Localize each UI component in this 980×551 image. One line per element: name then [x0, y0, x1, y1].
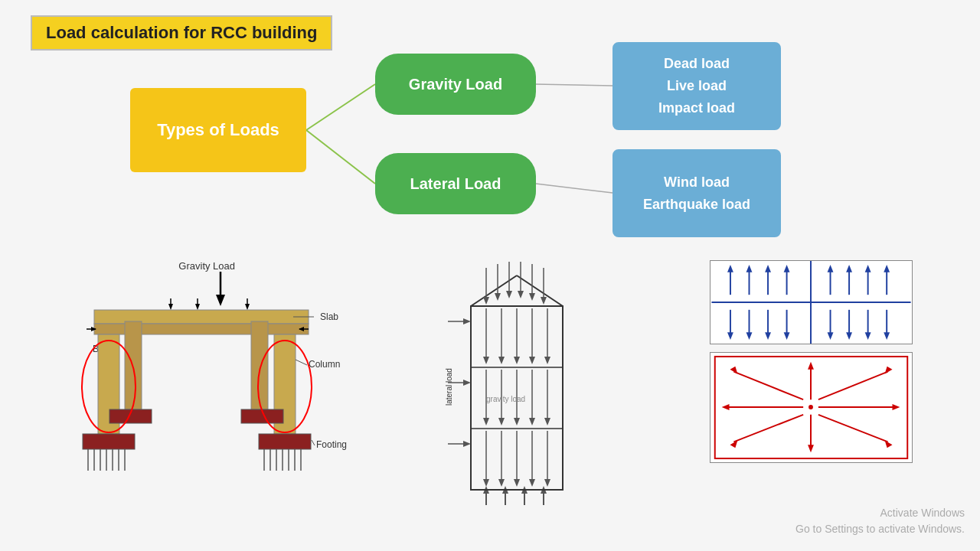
svg-marker-129: [884, 265, 890, 272]
svg-marker-97: [498, 479, 505, 487]
svg-marker-5: [216, 295, 225, 306]
svg-marker-107: [463, 380, 471, 386]
svg-marker-119: [765, 265, 771, 272]
svg-marker-69: [518, 291, 524, 298]
types-of-loads-box: Types of Loads: [130, 88, 306, 172]
gravity-load-text: Gravity Load: [178, 260, 235, 272]
svg-marker-143: [864, 332, 871, 340]
svg-line-3: [536, 184, 612, 193]
svg-marker-83: [544, 357, 550, 364]
svg-line-0: [306, 84, 375, 130]
svg-marker-123: [827, 265, 833, 272]
lateral-load-box: Lateral Load: [375, 153, 536, 214]
svg-text:Column: Column: [309, 359, 340, 370]
svg-marker-151: [884, 367, 892, 374]
svg-marker-137: [783, 332, 789, 340]
svg-rect-17: [83, 434, 135, 449]
svg-marker-115: [727, 265, 733, 272]
svg-marker-91: [529, 418, 535, 425]
svg-line-148: [733, 372, 803, 399]
svg-marker-149: [730, 367, 737, 374]
svg-marker-101: [529, 479, 535, 487]
svg-marker-141: [846, 332, 852, 340]
svg-marker-67: [506, 291, 512, 298]
svg-marker-77: [498, 357, 505, 364]
svg-marker-73: [541, 297, 547, 305]
svg-line-16: [296, 360, 307, 365]
svg-text:Slab: Slab: [320, 311, 338, 322]
svg-marker-79: [514, 357, 520, 364]
svg-marker-89: [514, 418, 520, 425]
svg-marker-103: [544, 479, 550, 487]
svg-marker-75: [483, 357, 489, 364]
svg-marker-42: [195, 304, 200, 310]
svg-marker-121: [783, 265, 789, 272]
svg-line-154: [818, 415, 888, 442]
svg-marker-63: [483, 297, 489, 305]
svg-text:gravity load: gravity load: [486, 395, 525, 403]
svg-marker-139: [827, 332, 833, 340]
earthquake-load-label: Earthquake load: [643, 194, 750, 216]
svg-line-1: [306, 130, 375, 184]
svg-line-150: [818, 372, 888, 399]
svg-marker-155: [884, 440, 892, 448]
svg-marker-117: [746, 265, 752, 272]
svg-marker-87: [498, 418, 505, 425]
svg-marker-109: [463, 441, 471, 447]
impact-load-label: Impact load: [658, 97, 735, 119]
svg-marker-93: [544, 418, 550, 425]
wind-load-label: Wind load: [643, 171, 750, 194]
svg-line-38: [312, 440, 315, 445]
svg-marker-44: [245, 304, 250, 310]
svg-line-2: [536, 84, 612, 86]
diagram-area: Types of Loads Gravity Load Lateral Load…: [122, 42, 873, 256]
svg-marker-40: [168, 304, 173, 310]
svg-marker-127: [864, 265, 871, 272]
dead-load-label: Dead load: [658, 53, 735, 75]
activate-windows-watermark: Activate Windows Go to Settings to activ…: [795, 505, 965, 537]
svg-marker-65: [495, 293, 501, 301]
svg-marker-135: [765, 332, 771, 340]
gravity-load-box: Gravity Load: [375, 54, 536, 115]
dead-live-impact-box: Dead load Live load Impact load: [612, 42, 781, 130]
wind-lateral-illustration: lateral load gravity load: [444, 260, 612, 505]
svg-line-152: [733, 415, 803, 442]
svg-marker-161: [808, 362, 814, 370]
svg-marker-133: [746, 332, 752, 340]
svg-marker-81: [529, 357, 535, 364]
svg-marker-163: [808, 445, 814, 452]
svg-rect-18: [259, 434, 311, 449]
svg-marker-95: [483, 479, 489, 487]
force-diagrams: [710, 260, 916, 463]
wind-earthquake-box: Wind load Earthquake load: [612, 149, 781, 237]
bottom-illustrations: Gravity Load Slab Beam Column: [0, 260, 965, 536]
svg-text:Footing: Footing: [316, 439, 347, 450]
svg-point-147: [808, 405, 813, 409]
svg-text:lateral load: lateral load: [445, 368, 453, 406]
svg-marker-145: [884, 332, 890, 340]
building-illustration: Gravity Load Slab Beam Column: [48, 260, 347, 505]
svg-marker-85: [483, 418, 489, 425]
svg-marker-71: [529, 293, 535, 301]
svg-marker-157: [721, 404, 729, 410]
live-load-label: Live load: [658, 75, 735, 97]
svg-marker-99: [514, 479, 520, 487]
svg-rect-14: [251, 321, 268, 409]
svg-marker-125: [846, 265, 852, 272]
svg-marker-131: [727, 332, 733, 340]
svg-marker-159: [892, 404, 900, 410]
svg-marker-105: [463, 318, 471, 324]
